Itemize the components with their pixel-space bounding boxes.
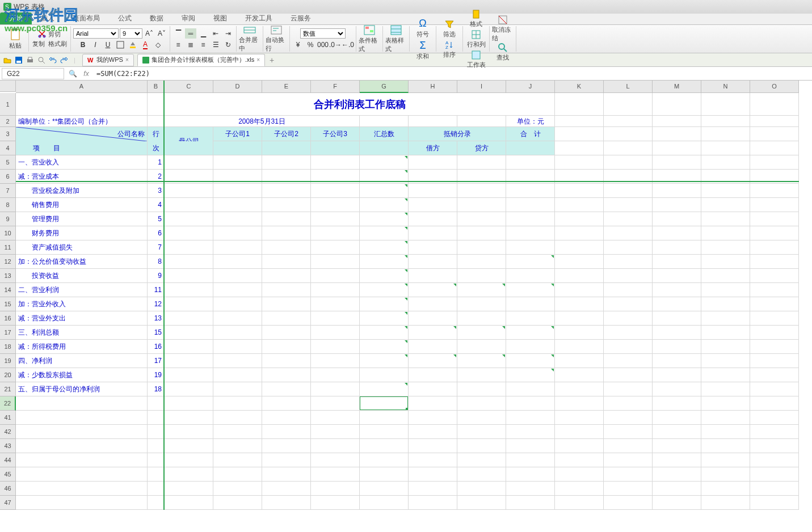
row-header[interactable]: 45 (0, 467, 16, 482)
row-number[interactable]: 19 (148, 368, 165, 382)
align-top-icon[interactable]: ▔ (173, 28, 184, 39)
col-header[interactable]: E (262, 81, 311, 93)
item-label[interactable]: 管理费用 (16, 212, 148, 226)
row-header[interactable]: 14 (0, 283, 16, 297)
item-label[interactable]: 四、净利润 (16, 354, 148, 368)
table-style-button[interactable]: 表格样式 (385, 27, 407, 52)
item-label[interactable]: 资产减值损失 (16, 240, 148, 255)
redo-icon[interactable] (59, 55, 69, 65)
row-header[interactable]: 18 (0, 340, 16, 354)
format-button[interactable]: 格式 (465, 9, 487, 28)
col-header[interactable]: L (604, 81, 653, 93)
col-header[interactable]: N (701, 81, 750, 93)
row-header[interactable]: 1 (0, 93, 16, 116)
find-button[interactable]: 查找 (492, 43, 514, 62)
bold-button[interactable]: B (77, 40, 89, 50)
row-number[interactable]: 5 (148, 212, 165, 226)
formula-input[interactable]: =SUM(C22:F22) (93, 69, 812, 79)
row-number[interactable]: 9 (148, 269, 165, 283)
item-label[interactable]: 一、营业收入 (16, 155, 148, 170)
align-right-icon[interactable]: ≡ (197, 40, 209, 50)
row-number[interactable]: 11 (148, 283, 165, 297)
underline-button[interactable]: U (102, 40, 113, 50)
align-bottom-icon[interactable]: ▁ (197, 28, 209, 39)
col-header[interactable]: D (213, 81, 262, 93)
row-header[interactable]: 5 (0, 155, 16, 170)
row-header[interactable]: 46 (0, 482, 16, 496)
percent-icon[interactable]: % (305, 40, 316, 50)
item-label[interactable]: 加：公允价值变动收益 (16, 255, 148, 269)
open-icon[interactable] (2, 55, 12, 65)
currency-icon[interactable]: ¥ (292, 40, 304, 50)
save-icon[interactable] (14, 55, 24, 65)
font-grow-icon[interactable]: A˄ (144, 28, 155, 39)
col-header[interactable]: I (457, 81, 506, 93)
row-header[interactable]: 9 (0, 212, 16, 226)
col-header[interactable]: K (555, 81, 604, 93)
row-header[interactable]: 47 (0, 496, 16, 510)
item-label[interactable]: 营业税金及附加 (16, 184, 148, 198)
col-header[interactable]: C (165, 81, 213, 93)
row-header[interactable]: 21 (0, 382, 16, 396)
col-header[interactable]: H (409, 81, 457, 93)
row-header[interactable]: 7 (0, 184, 16, 198)
row-header[interactable]: 19 (0, 354, 16, 368)
rowcol-button[interactable]: 行和列 (465, 29, 487, 49)
menu-data[interactable]: 数据 (141, 12, 173, 24)
row-number[interactable]: 4 (148, 198, 165, 212)
row-number[interactable]: 15 (148, 326, 165, 340)
item-label[interactable]: 五、归属于母公司的净利润 (16, 382, 148, 396)
clear-format-button[interactable]: ◇ (152, 40, 163, 50)
item-label[interactable]: 二、营业利润 (16, 283, 148, 297)
item-label[interactable]: 减：营业外支出 (16, 311, 148, 326)
row-header[interactable]: 42 (0, 425, 16, 439)
row-header[interactable]: 20 (0, 368, 16, 382)
fx-icon[interactable]: fx (79, 70, 93, 78)
merge-center-button[interactable]: 合并居中 (239, 27, 260, 52)
unfreeze-button[interactable]: 取消冻结 (492, 16, 514, 41)
sheet-title[interactable]: 合并利润表工作底稿 (165, 93, 555, 116)
menu-cloud[interactable]: 云服务 (281, 12, 320, 24)
font-color-button[interactable]: A (140, 40, 151, 50)
menu-dev[interactable]: 开发工具 (236, 12, 281, 24)
col-header[interactable]: O (750, 81, 799, 93)
row-header[interactable]: 4 (0, 141, 16, 155)
italic-button[interactable]: I (90, 40, 101, 50)
item-label[interactable]: 三、利润总额 (16, 326, 148, 340)
name-box[interactable]: G22 (2, 68, 64, 79)
select-all-corner[interactable] (0, 81, 16, 92)
indent-dec-icon[interactable]: ⇤ (210, 28, 221, 39)
item-label[interactable]: 加：营业外收入 (16, 297, 148, 311)
org-cell[interactable]: 编制单位：**集团公司（合并） (16, 116, 148, 127)
row-header[interactable]: 10 (0, 226, 16, 240)
col-header[interactable]: F (311, 81, 360, 93)
copy-button[interactable]: 复制 (31, 40, 46, 48)
border-button[interactable] (115, 40, 126, 50)
align-center-icon[interactable]: ≣ (185, 40, 196, 50)
item-label[interactable]: 投资收益 (16, 269, 148, 283)
worksheet-button[interactable]: 工作表 (465, 50, 487, 69)
item-label[interactable]: 财务费用 (16, 226, 148, 240)
menu-review[interactable]: 审阅 (173, 12, 204, 24)
row-header[interactable]: 43 (0, 439, 16, 453)
selected-cell[interactable] (360, 396, 409, 411)
print-icon[interactable] (25, 55, 35, 65)
row-header[interactable]: 17 (0, 326, 16, 340)
dec-inc-icon[interactable]: .0→ (330, 40, 341, 50)
wrap-text-button[interactable]: 自动换行 (266, 27, 287, 52)
row-header[interactable]: 2 (0, 116, 16, 127)
date-cell[interactable]: 2008年5月31日 (165, 116, 360, 127)
col-header[interactable]: B (148, 81, 165, 93)
preview-icon[interactable] (36, 55, 47, 65)
col-header[interactable]: J (506, 81, 555, 93)
row-header[interactable]: 6 (0, 170, 16, 184)
doc-tab-wps[interactable]: W 我的WPS × (82, 54, 134, 66)
add-tab-button[interactable]: + (270, 56, 274, 65)
col-header[interactable]: M (653, 81, 701, 93)
comma-icon[interactable]: 000 (317, 40, 329, 50)
row-header[interactable]: 44 (0, 453, 16, 467)
align-justify-icon[interactable]: ☰ (210, 40, 221, 50)
menu-start[interactable]: 开始 (0, 12, 32, 24)
row-number[interactable]: 6 (148, 226, 165, 240)
font-select[interactable]: Arial (73, 28, 119, 39)
